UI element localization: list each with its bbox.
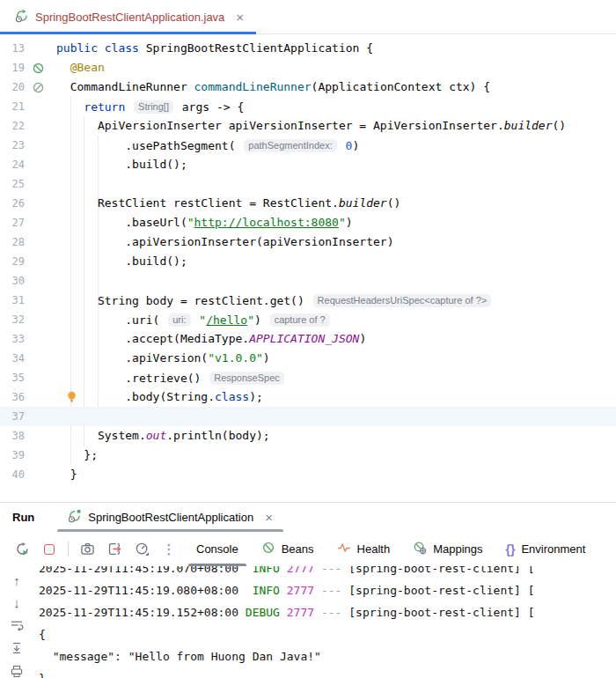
run-toolbar: ⋮ Console Beans Health	[0, 532, 616, 566]
rerun-button[interactable]	[11, 538, 33, 561]
console-line: 2025-11-29T11:45:19.070+08:00 INFO 2777 …	[39, 566, 616, 579]
line-number: 39	[0, 446, 25, 465]
gutter	[28, 291, 48, 310]
console-tab-label: Console	[196, 542, 238, 556]
stop-button[interactable]	[38, 538, 61, 561]
ide-window: SpringBootRestClientApplication.java × 1…	[0, 0, 616, 678]
gutter	[28, 310, 48, 329]
mappings-globe-bean-icon	[413, 541, 427, 557]
line-number: 35	[0, 368, 25, 387]
gutter	[28, 446, 48, 465]
code-line: 22 ApiVersionInserter apiVersionInserter…	[0, 116, 616, 136]
console-toolbar: ↑ ↓	[0, 566, 33, 678]
more-options-button[interactable]: ⋮	[158, 538, 180, 561]
code-text: .body(String.class);	[56, 387, 263, 407]
bean-icon	[261, 541, 275, 557]
tab-health[interactable]: Health	[326, 532, 402, 566]
code-line: 27 .baseUrl("http://localhost:8080")	[0, 213, 616, 232]
exit-button[interactable]	[103, 538, 126, 561]
code-line: 30	[0, 271, 616, 291]
gutter	[28, 368, 48, 387]
gutter	[28, 426, 48, 446]
line-number: 37	[0, 407, 25, 426]
code-text: RestClient restClient = RestClient.build…	[56, 194, 400, 213]
down-arrow-icon: ↓	[13, 596, 20, 609]
code-line: 31 String body = restClient.get() Reques…	[0, 291, 616, 310]
line-number: 20	[0, 77, 25, 97]
code-line: 20 CommandLineRunner commandLineRunner(A…	[0, 77, 616, 97]
up-arrow-icon: ↑	[13, 574, 20, 587]
code-line: 28 .apiVersionInserter(apiVersionInserte…	[0, 232, 616, 252]
line-number: 38	[0, 426, 25, 446]
line-number: 19	[0, 58, 25, 77]
code-text: };	[56, 446, 98, 465]
tab-environment[interactable]: {} Environment	[495, 532, 598, 566]
code-text: .uri( uri: "/hello") capture of ?	[56, 310, 332, 329]
health-tab-label: Health	[357, 542, 391, 556]
code-editor[interactable]: 13public class SpringBootRestClientAppli…	[0, 34, 616, 502]
code-text: ApiVersionInserter apiVersionInserter = …	[56, 116, 566, 136]
gutter	[28, 194, 48, 213]
line-number: 30	[0, 271, 25, 291]
intention-bulb-icon[interactable]	[65, 390, 78, 406]
print-button[interactable]	[9, 664, 25, 678]
soft-wrap-button[interactable]	[9, 618, 25, 632]
braces-icon: {}	[506, 542, 516, 556]
code-line: 38 System.out.println(body);	[0, 426, 616, 446]
code-line: 29 .build();	[0, 252, 616, 271]
gutter	[28, 465, 48, 484]
console-line: 2025-11-29T11:45:19.152+08:00 DEBUG 2777…	[39, 601, 616, 623]
code-line: 39 };	[0, 446, 616, 465]
line-number: 24	[0, 155, 25, 174]
close-icon[interactable]: ×	[265, 511, 273, 524]
run-tab-title: SpringBootRestClientApplication	[88, 511, 253, 524]
gutter	[28, 252, 48, 271]
editor-tab[interactable]: SpringBootRestClientApplication.java ×	[0, 0, 256, 33]
console-line: 2025-11-29T11:45:19.080+08:00 INFO 2777 …	[39, 579, 616, 601]
code-text: @Bean	[56, 58, 105, 77]
line-number: 33	[0, 329, 25, 349]
line-number: 22	[0, 116, 25, 136]
spring-boot-running-icon	[68, 509, 82, 526]
up-stack-button[interactable]: ↑	[9, 574, 25, 587]
line-number: 26	[0, 194, 25, 213]
line-number: 34	[0, 349, 25, 368]
code-line: 37	[0, 407, 616, 426]
gutter	[28, 116, 48, 136]
gutter	[28, 271, 48, 291]
tab-console[interactable]: Console	[185, 532, 250, 566]
code-line: 40 }	[0, 465, 616, 484]
line-number: 25	[0, 174, 25, 194]
code-line: 35 .retrieve() ResponseSpec	[0, 368, 616, 387]
code-line: 34 .apiVersion("v1.0.0")	[0, 349, 616, 368]
actuator-gauge-button[interactable]	[130, 538, 153, 561]
code-text: .baseUrl("http://localhost:8080")	[56, 213, 353, 232]
scroll-to-end-button[interactable]	[9, 641, 25, 655]
spring-boot-run-icon	[15, 9, 29, 26]
gutter	[28, 39, 48, 58]
gutter	[28, 213, 48, 232]
console-panel: ↑ ↓	[0, 566, 616, 678]
line-number: 31	[0, 291, 25, 310]
code-text: .apiVersion("v1.0.0")	[56, 349, 270, 368]
tab-mappings[interactable]: Mappings	[401, 532, 494, 566]
gutter	[28, 387, 48, 407]
thread-dump-button[interactable]	[76, 538, 99, 561]
code-lines: 13public class SpringBootRestClientAppli…	[0, 34, 616, 484]
run-panel-title: Run	[12, 511, 34, 524]
close-icon[interactable]: ×	[236, 11, 244, 24]
kebab-menu-icon: ⋮	[163, 542, 176, 557]
run-configuration-tab[interactable]: SpringBootRestClientApplication ×	[57, 503, 283, 532]
mappings-tab-label: Mappings	[433, 542, 482, 556]
health-pulse-icon	[337, 541, 351, 557]
spring-bean-gutter-icon[interactable]	[28, 58, 48, 77]
console-output[interactable]: 2025-11-29T11:45:19.070+08:00 INFO 2777 …	[39, 566, 616, 678]
down-stack-button[interactable]: ↓	[9, 596, 25, 609]
tab-beans[interactable]: Beans	[250, 532, 326, 566]
code-text: System.out.println(body);	[56, 426, 270, 446]
gutter	[28, 349, 48, 368]
code-line: 13public class SpringBootRestClientAppli…	[0, 39, 616, 58]
gutter	[28, 97, 48, 116]
code-line: 25	[0, 174, 616, 194]
spring-bean-gutter-icon[interactable]	[28, 77, 48, 97]
